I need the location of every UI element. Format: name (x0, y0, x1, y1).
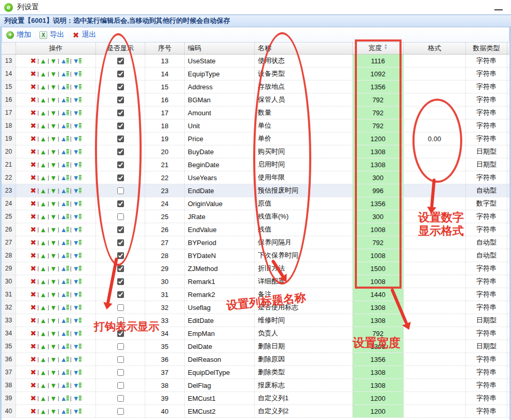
move-up-icon[interactable]: ▲ (40, 239, 47, 246)
table-row[interactable]: 14 ✖|▲|▼|▲|▼ 14 EquipType 设备类型 1092 字符串 (2, 67, 509, 80)
move-top-icon[interactable]: ▲ (60, 330, 69, 337)
show-checkbox[interactable] (117, 226, 124, 233)
code-cell[interactable]: UseYears (185, 171, 255, 184)
move-top-icon[interactable]: ▲ (60, 97, 69, 103)
format-cell[interactable] (404, 236, 466, 249)
show-checkbox[interactable] (117, 395, 124, 402)
width-cell[interactable]: 996 (353, 184, 404, 197)
delete-icon[interactable]: ✖ (30, 70, 36, 77)
show-checkbox[interactable] (117, 330, 124, 337)
seq-cell[interactable]: 22 (145, 171, 185, 184)
dtype-cell[interactable]: 字符串 (466, 392, 507, 404)
move-bottom-icon[interactable]: ▼ (73, 382, 81, 389)
show-checkbox[interactable] (117, 291, 124, 298)
format-cell[interactable] (404, 262, 466, 275)
move-up-icon[interactable]: ▲ (40, 278, 47, 285)
move-bottom-icon[interactable]: ▼ (73, 161, 81, 168)
move-top-icon[interactable]: ▲ (60, 123, 69, 129)
delete-icon[interactable]: ✖ (30, 57, 36, 64)
move-bottom-icon[interactable]: ▼ (73, 265, 81, 272)
move-down-icon[interactable]: ▼ (50, 213, 57, 220)
name-cell[interactable]: 启用时间 (255, 158, 353, 171)
code-cell[interactable]: EndValue (185, 223, 255, 236)
table-row[interactable]: 23 ✖|▲|▼|▲|▼ 23 EndDate 预估报废时间 996 自动型 (2, 184, 509, 197)
width-cell[interactable]: 1440 (353, 288, 404, 301)
dtype-cell[interactable]: 字符串 (466, 301, 507, 314)
code-cell[interactable]: Price (185, 132, 255, 145)
delete-icon[interactable]: ✖ (30, 408, 36, 415)
table-row[interactable]: 21 ✖|▲|▼|▲|▼ 21 BeginDate 启用时间 1308 日期型 (2, 158, 509, 171)
dtype-cell[interactable]: 日期型 (466, 314, 507, 327)
move-top-icon[interactable]: ▲ (60, 213, 69, 220)
table-row[interactable]: 32 ✖|▲|▼|▲|▼ 32 Useflag 是否使用标志 1308 字符串 (2, 301, 509, 314)
name-cell[interactable]: 维修时间 (255, 314, 353, 327)
format-cell[interactable] (404, 197, 466, 210)
seq-cell[interactable]: 29 (145, 262, 185, 275)
move-top-icon[interactable]: ▲ (60, 161, 69, 168)
format-cell[interactable] (404, 158, 466, 171)
move-top-icon[interactable]: ▲ (60, 84, 69, 90)
delete-icon[interactable]: ✖ (30, 96, 36, 103)
move-up-icon[interactable]: ▲ (40, 382, 47, 389)
dtype-cell[interactable]: 字符串 (466, 275, 507, 288)
code-cell[interactable]: ZJMethod (185, 262, 255, 275)
table-row[interactable]: 20 ✖|▲|▼|▲|▼ 20 BuyDate 购买时间 1308 日期型 (2, 145, 509, 158)
move-down-icon[interactable]: ▼ (50, 239, 57, 246)
export-button[interactable]: X 导出 (39, 30, 64, 39)
show-checkbox[interactable] (117, 382, 124, 389)
move-up-icon[interactable]: ▲ (40, 123, 47, 129)
table-row[interactable]: 39 ✖|▲|▼|▲|▼ 39 EMCust1 自定义列1 1200 字符串 (2, 392, 509, 405)
name-cell[interactable]: 设备类型 (255, 67, 353, 80)
table-row[interactable]: 26 ✖|▲|▼|▲|▼ 26 EndValue 残值 1008 字符串 (2, 223, 509, 236)
width-cell[interactable]: 792 (353, 327, 404, 340)
format-cell[interactable] (404, 171, 466, 184)
move-up-icon[interactable]: ▲ (40, 330, 47, 337)
move-top-icon[interactable]: ▲ (60, 369, 69, 376)
seq-cell[interactable]: 33 (145, 314, 185, 327)
move-top-icon[interactable]: ▲ (60, 148, 69, 155)
move-up-icon[interactable]: ▲ (40, 110, 47, 116)
code-cell[interactable]: Remark1 (185, 275, 255, 288)
dtype-cell[interactable]: 字符串 (466, 67, 507, 80)
seq-cell[interactable]: 14 (145, 67, 185, 80)
delete-icon[interactable]: ✖ (30, 343, 36, 350)
move-down-icon[interactable]: ▼ (50, 395, 57, 402)
delete-icon[interactable]: ✖ (30, 187, 36, 194)
name-cell[interactable]: 残值 (255, 223, 353, 236)
width-cell[interactable]: 792 (353, 106, 404, 119)
seq-cell[interactable]: 19 (145, 132, 185, 145)
move-bottom-icon[interactable]: ▼ (73, 252, 81, 259)
move-top-icon[interactable]: ▲ (60, 226, 69, 233)
delete-icon[interactable]: ✖ (30, 330, 36, 337)
move-down-icon[interactable]: ▼ (50, 200, 57, 207)
table-row[interactable]: 31 ✖|▲|▼|▲|▼ 31 Remark2 备注 1440 字符串 (2, 288, 509, 301)
dtype-cell[interactable]: 字符串 (466, 223, 507, 236)
dtype-cell[interactable]: 字符串 (466, 327, 507, 340)
table-row[interactable]: 34 ✖|▲|▼|▲|▼ 34 EmpMan 负责人 792 字符串 (2, 327, 509, 340)
width-cell[interactable]: 1116 (353, 55, 404, 67)
move-bottom-icon[interactable]: ▼ (73, 110, 81, 116)
code-cell[interactable]: BuyDate (185, 145, 255, 158)
move-top-icon[interactable]: ▲ (60, 265, 69, 272)
seq-cell[interactable]: 37 (145, 366, 185, 378)
format-cell[interactable] (404, 353, 466, 365)
width-cell[interactable]: 1008 (353, 275, 404, 288)
show-checkbox[interactable] (117, 84, 124, 90)
move-down-icon[interactable]: ▼ (50, 110, 57, 116)
code-cell[interactable]: Address (185, 80, 255, 93)
width-cell[interactable]: 1308 (353, 301, 404, 314)
width-cell[interactable]: 1200 (353, 405, 404, 417)
move-bottom-icon[interactable]: ▼ (73, 148, 81, 155)
format-cell[interactable] (404, 379, 466, 391)
table-row[interactable]: 29 ✖|▲|▼|▲|▼ 29 ZJMethod 折旧方法 1500 字符串 (2, 262, 509, 275)
move-down-icon[interactable]: ▼ (50, 84, 57, 90)
move-up-icon[interactable]: ▲ (40, 71, 47, 77)
show-checkbox[interactable] (117, 58, 124, 64)
delete-icon[interactable]: ✖ (30, 356, 36, 363)
move-up-icon[interactable]: ▲ (40, 161, 47, 168)
format-cell[interactable] (404, 119, 466, 132)
seq-cell[interactable]: 26 (145, 223, 185, 236)
name-cell[interactable]: 数量 (255, 106, 353, 119)
code-cell[interactable]: EmpMan (185, 327, 255, 340)
move-bottom-icon[interactable]: ▼ (73, 213, 81, 220)
